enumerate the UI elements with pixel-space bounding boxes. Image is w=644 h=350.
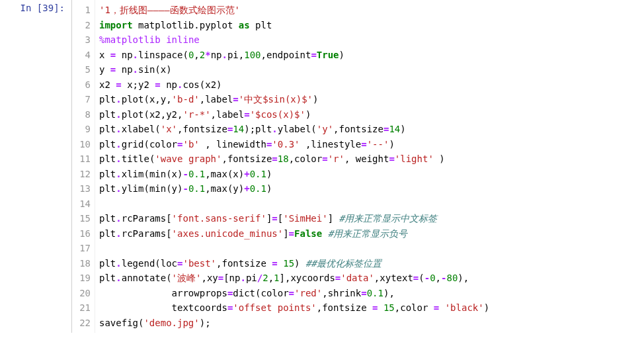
code-line[interactable]: savefig('demo.jpg'); xyxy=(99,316,639,331)
line-number: 2 xyxy=(72,18,91,33)
line-number: 1 xyxy=(72,3,91,18)
line-number: 11 xyxy=(72,152,91,167)
line-number: 8 xyxy=(72,107,91,122)
code-line[interactable]: plt.plot(x2,y2,'r-*',label='$cos(x)$') xyxy=(99,107,639,122)
code-line[interactable]: x = np.linspace(0,2*np.pi,100,endpoint=T… xyxy=(99,48,639,63)
code-editor[interactable]: '1，折线图————函数式绘图示范'import matplotlib.pypl… xyxy=(95,0,644,333)
code-line[interactable]: plt.xlabel('x',fontsize=14);plt.ylabel('… xyxy=(99,122,639,137)
code-line[interactable]: plt.legend(loc='best',fontsize = 15) ##最… xyxy=(99,256,639,271)
line-number: 19 xyxy=(72,271,91,286)
code-line[interactable]: arrowprops=dict(color='red',shrink=0.1), xyxy=(99,286,639,301)
line-number: 6 xyxy=(72,77,91,93)
code-line[interactable]: import matplotlib.pyplot as plt xyxy=(99,18,639,33)
code-line[interactable]: plt.rcParams['font.sans-serif']=['SimHei… xyxy=(99,211,639,226)
code-line[interactable]: plt.xlim(min(x)-0.1,max(x)+0.1) xyxy=(99,167,639,182)
code-line[interactable]: plt.grid(color='b' , linewidth='0.3' ,li… xyxy=(99,137,639,152)
line-number: 5 xyxy=(72,62,91,77)
code-line[interactable]: plt.rcParams['axes.unicode_minus']=False… xyxy=(99,226,639,241)
input-prompt: In [39]: xyxy=(0,0,71,333)
prompt-label: In [39]: xyxy=(20,3,65,13)
line-number: 18 xyxy=(72,256,91,271)
code-line[interactable]: x2 = x;y2 = np.cos(x2) xyxy=(99,77,639,93)
line-number: 15 xyxy=(72,211,91,226)
code-line[interactable]: textcoords='offset points',fontsize = 15… xyxy=(99,300,639,316)
line-number-gutter: 12345678910111213141516171819202122 xyxy=(72,0,95,333)
line-number: 10 xyxy=(72,137,91,152)
code-line[interactable]: plt.title('wave graph',fontsize=18,color… xyxy=(99,152,639,167)
code-line[interactable]: '1，折线图————函数式绘图示范' xyxy=(99,3,639,18)
line-number: 12 xyxy=(72,167,91,182)
code-line[interactable]: plt.plot(x,y,'b-d',label='中文$sin(x)$') xyxy=(99,92,639,107)
code-line[interactable]: y = np.sin(x) xyxy=(99,62,639,77)
code-line[interactable]: plt.ylim(min(y)-0.1,max(y)+0.1) xyxy=(99,181,639,197)
line-number: 21 xyxy=(72,300,91,316)
line-number: 3 xyxy=(72,32,91,48)
line-number: 13 xyxy=(72,181,91,197)
notebook-cell: In [39]: 1234567891011121314151617181920… xyxy=(0,0,644,333)
line-number: 7 xyxy=(72,92,91,107)
code-line[interactable] xyxy=(99,197,639,212)
code-area[interactable]: 12345678910111213141516171819202122 '1，折… xyxy=(71,0,644,333)
line-number: 14 xyxy=(72,197,91,212)
line-number: 9 xyxy=(72,122,91,137)
line-number: 16 xyxy=(72,226,91,241)
code-line[interactable]: plt.annotate('波峰',xy=[np.pi/2,1],xycoord… xyxy=(99,271,639,286)
line-number: 20 xyxy=(72,286,91,301)
line-number: 4 xyxy=(72,48,91,63)
line-number: 17 xyxy=(72,241,91,256)
code-line[interactable] xyxy=(99,241,639,256)
line-number: 22 xyxy=(72,316,91,331)
code-line[interactable]: %matplotlib inline xyxy=(99,32,639,48)
